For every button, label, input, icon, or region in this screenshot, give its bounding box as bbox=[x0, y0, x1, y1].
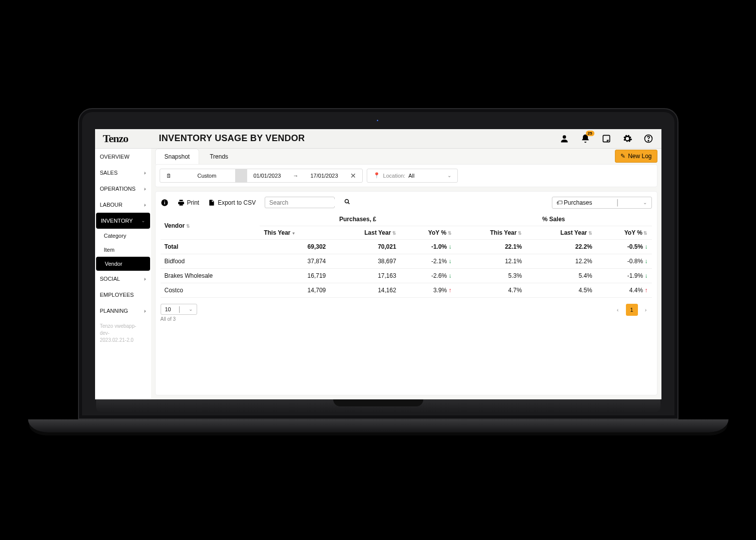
cell-s-this: 22.1% bbox=[456, 239, 526, 254]
cell-s-last: 12.2% bbox=[526, 254, 596, 268]
export-csv-button[interactable]: Export to CSV bbox=[208, 199, 256, 206]
col-group-sales: % Sales bbox=[456, 213, 652, 226]
cell-p-yoy: -2.6% ↓ bbox=[400, 268, 456, 283]
page-title: INVENTORY USAGE BY VENDOR bbox=[159, 133, 305, 144]
cell-p-this: 14,709 bbox=[260, 283, 330, 297]
search-input[interactable] bbox=[265, 197, 335, 208]
svg-line-8 bbox=[348, 203, 350, 204]
svg-point-0 bbox=[562, 135, 566, 139]
svg-rect-1 bbox=[603, 135, 609, 142]
col-this-year-s[interactable]: This Year bbox=[456, 226, 526, 239]
calendar-icon: 🗓 bbox=[166, 173, 172, 179]
location-value[interactable]: All bbox=[408, 173, 414, 179]
sidebar-sub-category[interactable]: Category bbox=[95, 229, 151, 243]
chevron-down-icon: ⌄ bbox=[643, 200, 647, 205]
edit-icon: ✎ bbox=[620, 153, 625, 160]
col-last-year-s[interactable]: Last Year bbox=[526, 226, 596, 239]
topbar: Tenzo INVENTORY USAGE BY VENDOR 25 bbox=[95, 129, 661, 149]
page-size-select[interactable]: 10 │ ⌄ bbox=[161, 304, 197, 315]
cell-p-this: 16,719 bbox=[260, 268, 330, 283]
note-icon[interactable] bbox=[601, 134, 611, 144]
svg-rect-5 bbox=[164, 202, 165, 204]
cell-s-last: 5.4% bbox=[526, 268, 596, 283]
vendor-table: Vendor Purchases, £ % Sales This Year La… bbox=[161, 213, 652, 298]
sidebar-sub-vendor[interactable]: Vendor bbox=[96, 257, 150, 271]
gear-icon[interactable] bbox=[622, 134, 632, 144]
pagination: ‹ 1 › bbox=[612, 304, 652, 316]
arrow-right-icon: → bbox=[287, 169, 304, 182]
clear-date-icon[interactable]: ✕ bbox=[344, 169, 362, 182]
sidebar-item-sales[interactable]: SALES› bbox=[95, 165, 151, 181]
new-log-button[interactable]: ✎ New Log bbox=[615, 150, 657, 163]
chevron-down-icon[interactable]: ⌄ bbox=[447, 173, 451, 178]
tab-trends[interactable]: Trends bbox=[200, 149, 238, 164]
laptop-camera-icon: • bbox=[377, 118, 379, 123]
arrow-down-icon: ↓ bbox=[449, 272, 452, 279]
sidebar-item-inventory[interactable]: INVENTORY⌄ bbox=[96, 213, 150, 229]
tab-snapshot[interactable]: Snapshot bbox=[155, 149, 200, 164]
sidebar-item-labour[interactable]: LABOUR› bbox=[95, 197, 151, 213]
cell-p-last: 70,021 bbox=[330, 239, 400, 254]
table-row: Brakes Wholesale16,71917,163-2.6% ↓5.3%5… bbox=[161, 268, 652, 283]
sidebar-item-operations[interactable]: OPERATIONS› bbox=[95, 181, 151, 197]
arrow-down-icon: ↓ bbox=[449, 243, 452, 250]
filters-bar: 🗓 Custom 01/01/2023 → 17/01/2023 ✕ bbox=[155, 164, 657, 187]
pager-next[interactable]: › bbox=[640, 304, 652, 316]
tag-icon: 🏷 bbox=[556, 199, 562, 206]
pager-prev[interactable]: ‹ bbox=[612, 304, 624, 316]
arrow-down-icon: ↓ bbox=[645, 272, 648, 279]
location-icon: 📍 bbox=[373, 172, 380, 179]
row-count-summary: All of 3 bbox=[161, 316, 197, 322]
table-row: Total69,30270,021-1.0% ↓22.1%22.2%-0.5% … bbox=[161, 239, 652, 254]
chevron-down-icon: ⌄ bbox=[141, 218, 145, 223]
col-last-year-p[interactable]: Last Year bbox=[330, 226, 400, 239]
sidebar-item-planning[interactable]: PLANNING› bbox=[95, 303, 151, 319]
sidebar-sub-item[interactable]: Item bbox=[95, 243, 151, 257]
cell-vendor: Costco bbox=[161, 283, 260, 297]
pager-page-1[interactable]: 1 bbox=[626, 304, 638, 316]
arrow-down-icon: ↓ bbox=[645, 243, 648, 250]
cell-vendor: Brakes Wholesale bbox=[161, 268, 260, 283]
date-range-type[interactable]: 🗓 Custom bbox=[160, 169, 236, 182]
sidebar-item-overview[interactable]: OVERVIEW bbox=[95, 149, 151, 165]
cell-vendor: Bidfood bbox=[161, 254, 260, 268]
metric-select[interactable]: 🏷 Purchases │ ⌄ bbox=[552, 197, 652, 209]
search-icon bbox=[344, 199, 350, 206]
cell-s-last: 22.2% bbox=[526, 239, 596, 254]
notification-badge: 25 bbox=[586, 131, 594, 136]
cell-p-last: 38,697 bbox=[330, 254, 400, 268]
arrow-up-icon: ↑ bbox=[645, 287, 648, 294]
cell-p-yoy: -1.0% ↓ bbox=[400, 239, 456, 254]
cell-p-last: 17,163 bbox=[330, 268, 400, 283]
bell-icon[interactable]: 25 bbox=[580, 134, 590, 144]
sidebar: OVERVIEW SALES› OPERATIONS› LABOUR› INVE… bbox=[95, 149, 151, 399]
print-button[interactable]: Print bbox=[178, 199, 200, 206]
col-vendor[interactable]: Vendor bbox=[161, 213, 260, 240]
cell-p-yoy: 3.9% ↑ bbox=[400, 283, 456, 297]
col-yoy-s[interactable]: YoY % bbox=[596, 226, 652, 239]
cell-p-this: 37,874 bbox=[260, 254, 330, 268]
cell-s-yoy: -0.5% ↓ bbox=[596, 239, 652, 254]
date-from[interactable]: 01/01/2023 bbox=[247, 169, 287, 182]
info-icon[interactable] bbox=[161, 199, 169, 207]
chevron-right-icon: › bbox=[144, 186, 146, 192]
col-yoy-p[interactable]: YoY % bbox=[400, 226, 456, 239]
cell-s-yoy: -1.9% ↓ bbox=[596, 268, 652, 283]
help-icon[interactable] bbox=[643, 134, 653, 144]
sidebar-item-social[interactable]: SOCIAL› bbox=[95, 271, 151, 287]
chevron-down-icon: ⌄ bbox=[189, 306, 193, 312]
chevron-right-icon: › bbox=[144, 170, 146, 176]
table-row: Costco14,70914,1623.9% ↑4.7%4.5%4.4% ↑ bbox=[161, 283, 652, 297]
date-to[interactable]: 17/01/2023 bbox=[304, 169, 344, 182]
user-icon[interactable] bbox=[559, 134, 569, 144]
chevron-right-icon: › bbox=[144, 202, 146, 208]
svg-rect-6 bbox=[164, 201, 165, 201]
cell-p-yoy: -2.1% ↓ bbox=[400, 254, 456, 268]
svg-point-3 bbox=[648, 140, 649, 141]
sidebar-item-employees[interactable]: EMPLOYEES bbox=[95, 287, 151, 303]
cell-p-last: 14,162 bbox=[330, 283, 400, 297]
cell-s-yoy: -0.8% ↓ bbox=[596, 254, 652, 268]
col-this-year-p[interactable]: This Year bbox=[260, 226, 330, 239]
location-label: Location: bbox=[383, 173, 406, 179]
svg-point-7 bbox=[345, 200, 349, 203]
